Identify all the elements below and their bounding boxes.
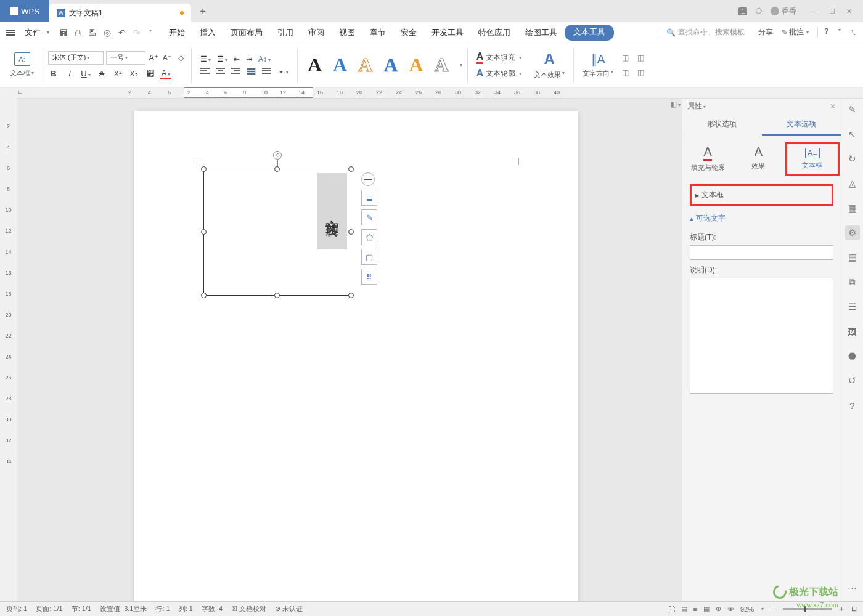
shape-text[interactable]: 文字旋转 bbox=[317, 173, 347, 249]
print-preview-icon[interactable]: ⎙ bbox=[75, 28, 80, 38]
status-section[interactable]: 节: 1/1 bbox=[72, 604, 91, 614]
collapse-ribbon-icon[interactable]: ㄟ bbox=[849, 27, 857, 38]
menu-特色应用[interactable]: 特色应用 bbox=[471, 25, 518, 41]
bullets-icon[interactable]: ☰▾ bbox=[200, 55, 211, 63]
chevron-down-icon[interactable]: ▾ bbox=[460, 62, 462, 68]
resize-handle[interactable] bbox=[348, 293, 354, 298]
align-left-icon[interactable] bbox=[200, 68, 210, 75]
font-color-button[interactable]: A▾ bbox=[160, 68, 171, 79]
title-input[interactable] bbox=[690, 245, 833, 260]
resize-handle[interactable] bbox=[274, 166, 280, 172]
image-icon[interactable]: 🖼 bbox=[845, 324, 860, 339]
font-name-combo[interactable]: 宋体 (正文)▾ bbox=[48, 51, 104, 65]
more-icon[interactable]: ⋯ bbox=[845, 580, 860, 595]
subscript-button[interactable]: X₂ bbox=[128, 69, 139, 78]
superscript-button[interactable]: X² bbox=[112, 69, 123, 78]
subtab-effects[interactable]: A 效果 bbox=[733, 141, 783, 177]
textbox-group[interactable]: A: 文本框▾ bbox=[6, 46, 38, 84]
username[interactable]: 香香 bbox=[782, 6, 796, 17]
save-icon[interactable]: 🖬 bbox=[59, 28, 68, 38]
align-center-icon[interactable] bbox=[216, 68, 225, 75]
view-page-icon[interactable]: ▤ bbox=[681, 605, 687, 613]
subtab-textbox[interactable]: A≡ 文本框 bbox=[785, 142, 840, 176]
close-button[interactable]: ✕ bbox=[846, 7, 852, 15]
panel-close-icon[interactable]: ✕ bbox=[830, 102, 836, 111]
wordart-style-1[interactable]: A bbox=[333, 54, 347, 76]
align-distribute-icon[interactable] bbox=[262, 68, 271, 75]
document-tab[interactable]: W 文字文稿1 bbox=[49, 4, 191, 22]
float-layout-icon[interactable]: ≣ bbox=[361, 190, 377, 206]
clear-format-icon[interactable]: ◇ bbox=[175, 54, 186, 62]
menu-章节[interactable]: 章节 bbox=[362, 25, 393, 41]
float-expand-icon[interactable]: — bbox=[361, 172, 375, 186]
print-icon[interactable]: 🖶 bbox=[88, 28, 96, 38]
indent-icon[interactable]: ⇥ bbox=[246, 55, 252, 63]
gallery-icon[interactable]: ▤ bbox=[845, 250, 860, 265]
text-outline-button[interactable]: A文本轮廓▾ bbox=[476, 68, 522, 79]
help-icon[interactable]: ? bbox=[845, 398, 860, 413]
wordart-style-5[interactable]: A bbox=[435, 54, 449, 76]
text-effect-button[interactable]: A 文本效果▾ bbox=[530, 46, 568, 84]
notification-badge[interactable]: 1 bbox=[738, 7, 747, 15]
resize-handle[interactable] bbox=[348, 229, 354, 235]
float-more-icon[interactable]: ⠿ bbox=[361, 269, 377, 285]
canvas[interactable]: ⟲ 文字旋转 — ≣ ✎ ⬠ ▢ ⠿ ◧▾ bbox=[17, 99, 682, 601]
text-fill-button[interactable]: A文本填充▾ bbox=[476, 51, 522, 64]
status-setting[interactable]: 设置值: 3.1厘米 bbox=[100, 604, 147, 614]
textbox-shape[interactable]: ⟲ 文字旋转 bbox=[203, 169, 351, 296]
status-spell[interactable]: ☒ 文档校对 bbox=[231, 604, 266, 614]
underline-button[interactable]: U▾ bbox=[80, 69, 91, 78]
user-icon[interactable] bbox=[771, 7, 779, 15]
resize-handle[interactable] bbox=[274, 293, 280, 298]
menu-开始[interactable]: 开始 bbox=[162, 25, 192, 41]
numbering-icon[interactable]: ☰▾ bbox=[217, 55, 227, 63]
preview-icon[interactable]: ◎ bbox=[104, 28, 111, 38]
wordart-style-2[interactable]: A bbox=[358, 54, 372, 76]
triangle-icon[interactable]: ◬ bbox=[845, 176, 860, 191]
outline-icon[interactable]: ☰ bbox=[845, 299, 860, 314]
history-icon[interactable]: ↺ bbox=[845, 373, 860, 388]
wordart-styles[interactable]: AAAAAA bbox=[303, 54, 454, 76]
menu-插入[interactable]: 插入 bbox=[192, 25, 223, 41]
horizontal-ruler[interactable]: ∟ 24624681012141618202224262830323436384… bbox=[17, 87, 863, 99]
settings-icon[interactable]: ⚙ bbox=[845, 225, 860, 240]
vertical-ruler[interactable]: 246810121416182022242628303234 bbox=[0, 99, 17, 601]
link-icon[interactable]: ⧉ bbox=[845, 275, 860, 290]
refresh-icon[interactable]: ↻ bbox=[845, 152, 860, 166]
status-chars[interactable]: 字数: 4 bbox=[202, 604, 223, 614]
file-menu[interactable]: 文件 bbox=[21, 25, 44, 41]
panel-toggle-icon[interactable]: ◧▾ bbox=[670, 100, 681, 108]
view-web-icon[interactable]: ▦ bbox=[703, 605, 710, 613]
bold-button[interactable]: B bbox=[48, 69, 59, 78]
cursor-icon[interactable]: ↖ bbox=[845, 127, 860, 142]
menu-安全[interactable]: 安全 bbox=[393, 25, 424, 41]
align-justify-icon[interactable] bbox=[247, 68, 256, 75]
status-cert[interactable]: ⊘ 未认证 bbox=[275, 604, 303, 614]
rotate-handle[interactable]: ⟲ bbox=[273, 151, 282, 160]
command-search[interactable]: 🔍 查找命令、搜索模板 bbox=[660, 27, 745, 38]
extra-icon-4[interactable]: ◫ bbox=[637, 68, 644, 77]
zoom-label[interactable]: 92% bbox=[740, 606, 754, 613]
new-tab-button[interactable]: ＋ bbox=[194, 2, 212, 20]
eye-icon[interactable]: 👁 bbox=[727, 606, 734, 613]
tab-shape-options[interactable]: 形状选项 bbox=[682, 114, 762, 136]
grow-font-icon[interactable]: A⁺ bbox=[148, 53, 159, 62]
align-right-icon[interactable] bbox=[231, 68, 240, 75]
help-button[interactable]: ? bbox=[817, 27, 828, 38]
undo-icon[interactable]: ↶ bbox=[118, 28, 126, 38]
resize-handle[interactable] bbox=[201, 229, 207, 235]
table-icon[interactable]: ▦ bbox=[845, 201, 860, 216]
status-page-no[interactable]: 页码: 1 bbox=[6, 604, 27, 614]
status-col[interactable]: 列: 1 bbox=[179, 604, 193, 614]
italic-button[interactable]: I bbox=[64, 69, 75, 78]
menu-视图[interactable]: 视图 bbox=[332, 25, 362, 41]
lineheight-icon[interactable]: A↕▾ bbox=[258, 55, 271, 63]
extra-icon-3[interactable]: ◫ bbox=[637, 54, 644, 62]
redo-icon[interactable]: ↷ bbox=[133, 28, 141, 38]
wordart-style-0[interactable]: A bbox=[308, 54, 322, 76]
fullscreen-icon[interactable]: ⛶ bbox=[668, 606, 675, 613]
phonetic-button[interactable]: ㈟ bbox=[144, 69, 155, 78]
skin-icon[interactable]: ⭔ bbox=[756, 7, 762, 15]
menu-引用[interactable]: 引用 bbox=[270, 25, 301, 41]
maximize-button[interactable]: ☐ bbox=[829, 7, 835, 15]
